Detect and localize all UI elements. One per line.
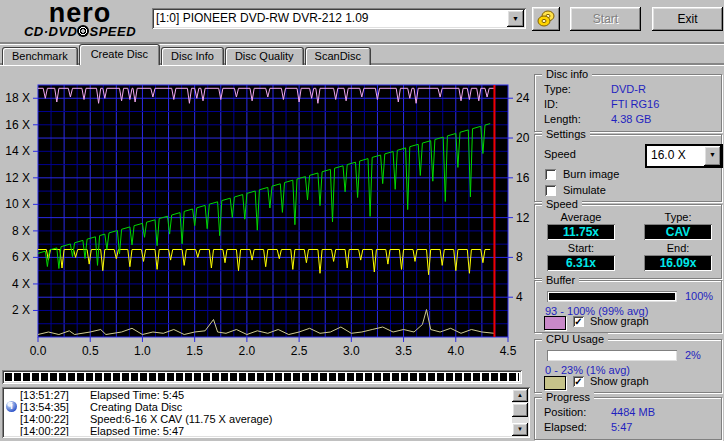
log-entry: i[13:54:35]Creating Data Disc (4, 401, 511, 413)
x-tick-label: 0.0 (30, 344, 47, 358)
x-tick-label: 1.5 (186, 344, 203, 358)
write-speed-chart: 2 X4 X6 X8 X10 X12 X14 X16 X18 X48121620… (0, 61, 530, 366)
average-value: 11.75x (547, 224, 615, 240)
y-left-tick-label: 12 X (5, 171, 30, 185)
cpu-show-graph-label: Show graph (590, 375, 649, 387)
progress-group: Progress Position:4484 MB Elapsed:5:47 (534, 397, 722, 440)
y-left-tick-label: 14 X (5, 144, 30, 158)
disc-id-value: FTI RG16 (611, 98, 659, 110)
y-left-tick-label: 2 X (12, 303, 30, 317)
exit-button[interactable]: Exit (652, 7, 723, 31)
log-time: [13:51:27] (20, 389, 69, 401)
y-left-tick-label: 10 X (5, 197, 30, 211)
log-text: Creating Data Disc (90, 401, 182, 413)
log-time: [13:54:35] (20, 401, 69, 413)
logo-cdspeed: CD·DVDSPEED (10, 25, 150, 39)
log-time: [14:00:22] (20, 413, 69, 425)
log-scrollbar[interactable]: ▲ ▼ (512, 389, 528, 436)
y-left-tick-label: 16 X (5, 118, 30, 132)
burn-progress-bar (2, 370, 522, 384)
y-left-tick-label: 4 X (12, 277, 30, 291)
buffer-show-graph-label: Show graph (590, 315, 649, 327)
elapsed-value: 5:47 (611, 421, 632, 433)
type-label: Type: (644, 211, 712, 223)
log-list: [13:51:27]Elapsed Time: 5:45i[13:54:35]C… (4, 389, 511, 436)
settings-title: Settings (542, 128, 590, 140)
log-entry: [13:51:27]Elapsed Time: 5:45 (4, 389, 511, 401)
end-speed-label: End: (644, 242, 712, 254)
logo-nero: nero (10, 1, 150, 25)
tab-disc-quality[interactable]: Disc Quality (225, 47, 304, 65)
drive-selector-value: [1:0] PIONEER DVD-RW DVR-212 1.09 (156, 11, 506, 25)
nero-cdspeed-logo: nero CD·DVDSPEED (10, 1, 150, 39)
simulate-label: Simulate (563, 184, 606, 196)
tab-scandisc[interactable]: ScanDisc (305, 47, 371, 65)
log-time: [14:00:22] (20, 425, 69, 436)
x-tick-label: 2.5 (291, 344, 308, 358)
x-tick-label: 4.5 (500, 344, 517, 358)
scroll-up-button[interactable]: ▲ (512, 389, 528, 402)
log-text: Speed:6-16 X CAV (11.75 X average) (90, 413, 272, 425)
x-tick-label: 1.0 (134, 344, 151, 358)
buffer-color-swatch (544, 316, 566, 330)
drive-dropdown-arrow[interactable]: ▼ (507, 10, 524, 27)
x-tick-label: 2.0 (239, 344, 256, 358)
toolbar: nero CD·DVDSPEED [1:0] PIONEER DVD-RW DV… (0, 0, 724, 42)
app-window: nero CD·DVDSPEED [1:0] PIONEER DVD-RW DV… (0, 0, 724, 441)
cpu-bar (547, 350, 677, 361)
burn-image-checkbox[interactable] (545, 169, 556, 180)
buffer-percent: 100% (685, 290, 713, 302)
y-right-tick-label: 12 (516, 211, 530, 225)
disc-id-label: ID: (544, 98, 558, 110)
log-entry: [14:00:22]Speed:6-16 X CAV (11.75 X aver… (4, 413, 511, 425)
speed-setting-label: Speed (544, 148, 576, 160)
drive-selector-dropdown[interactable]: [1:0] PIONEER DVD-RW DVR-212 1.09 ▼ (152, 8, 526, 29)
speed-select-value: 16.0 X (651, 148, 686, 162)
buffer-show-graph-checkbox[interactable]: ✓ (573, 316, 584, 327)
x-tick-label: 3.5 (395, 344, 412, 358)
position-value: 4484 MB (611, 406, 655, 418)
eject-disc-button[interactable] (532, 7, 560, 31)
disc-logo-icon (77, 25, 89, 37)
cpu-usage-title: CPU Usage (542, 333, 608, 345)
speed-select-dropdown[interactable]: 16.0 X ▼ (645, 144, 723, 168)
cpu-color-swatch (544, 376, 566, 390)
scroll-thumb[interactable] (512, 403, 528, 417)
y-left-tick-label: 18 X (5, 91, 30, 105)
log-text: Elapsed Time: 5:47 (90, 425, 184, 436)
disc-stack-icon (537, 10, 555, 28)
elapsed-label: Elapsed: (544, 421, 587, 433)
tab-bar: BenchmarkCreate DiscDisc InfoDisc Qualit… (2, 47, 372, 64)
end-speed-value: 16.09x (644, 255, 712, 271)
y-left-tick-label: 8 X (12, 224, 30, 238)
start-speed-label: Start: (547, 242, 615, 254)
start-speed-value: 6.31x (547, 255, 615, 271)
position-label: Position: (544, 406, 586, 418)
speed-results-title: Speed (542, 198, 582, 210)
disc-info-title: Disc info (542, 68, 592, 80)
status-log[interactable]: [13:51:27]Elapsed Time: 5:45i[13:54:35]C… (2, 387, 530, 438)
buffer-bar (547, 291, 677, 302)
buffer-title: Buffer (542, 274, 579, 286)
y-left-tick-label: 6 X (12, 250, 30, 264)
y-right-tick-label: 20 (516, 131, 530, 145)
tab-benchmark[interactable]: Benchmark (2, 47, 78, 65)
y-right-tick-label: 16 (516, 171, 530, 185)
burn-image-label: Burn image (563, 168, 619, 180)
tab-create-disc[interactable]: Create Disc (79, 44, 160, 65)
simulate-checkbox[interactable] (545, 185, 556, 196)
cpu-show-graph-checkbox[interactable]: ✓ (573, 376, 584, 387)
scroll-down-button[interactable]: ▼ (512, 423, 528, 436)
tab-disc-info[interactable]: Disc Info (161, 47, 224, 65)
speed-dropdown-arrow[interactable]: ▼ (704, 146, 721, 166)
progress-title: Progress (542, 391, 594, 403)
burn-progress-fill (5, 373, 519, 381)
start-button[interactable]: Start (570, 7, 641, 31)
disc-length-label: Length: (544, 113, 581, 125)
x-tick-label: 4.0 (447, 344, 464, 358)
x-tick-label: 3.0 (343, 344, 360, 358)
disc-length-value: 4.38 GB (611, 113, 651, 125)
log-text: Elapsed Time: 5:45 (90, 389, 184, 401)
disc-type-label: Type: (544, 83, 571, 95)
disc-type-value: DVD-R (611, 83, 646, 95)
